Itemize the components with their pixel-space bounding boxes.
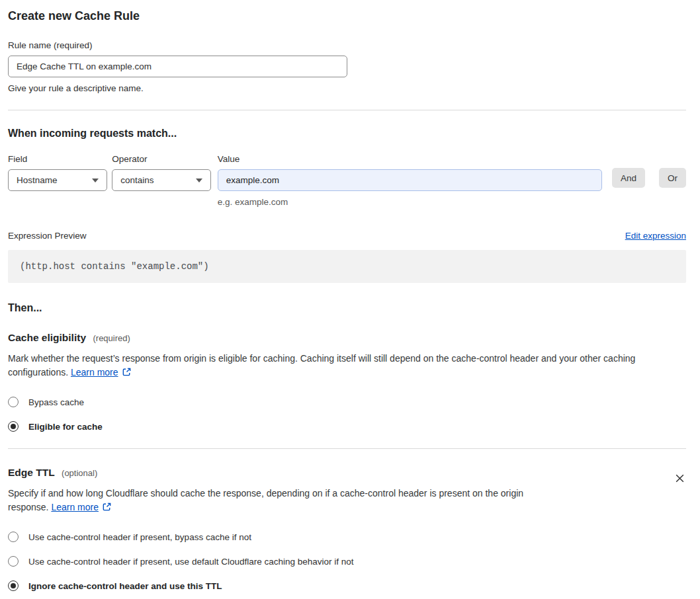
or-button[interactable]: Or — [659, 168, 686, 188]
chevron-down-icon — [196, 179, 202, 182]
radio-ignore-cache-control-use-ttl[interactable]: Ignore cache-control header and use this… — [8, 580, 686, 591]
expression-preview-code: (http.host contains "example.com") — [8, 250, 686, 283]
value-input[interactable] — [218, 169, 602, 191]
radio-label: Eligible for cache — [28, 422, 103, 432]
field-select-value: Hostname — [17, 175, 58, 185]
learn-more-link[interactable]: Learn more — [51, 502, 99, 512]
cache-eligibility-radio-group: Bypass cache Eligible for cache — [8, 397, 686, 432]
edit-expression-link[interactable]: Edit expression — [625, 231, 686, 241]
edge-ttl-section: Edge TTL (optional) Specify if and how l… — [8, 467, 686, 599]
radio-icon — [8, 556, 19, 567]
external-link-icon[interactable] — [102, 502, 112, 516]
radio-label: Bypass cache — [28, 397, 84, 407]
cache-eligibility-required-badge: (required) — [93, 333, 130, 343]
match-section-heading: When incoming requests match... — [8, 128, 686, 140]
divider — [8, 448, 686, 449]
value-help: e.g. example.com — [218, 197, 602, 207]
rule-name-section: Rule name (required) Give your rule a de… — [8, 40, 686, 93]
radio-icon — [8, 532, 19, 542]
edge-ttl-optional-badge: (optional) — [62, 468, 97, 478]
match-expression-row: Field Hostname Operator contains Value e… — [8, 154, 686, 207]
rule-name-input[interactable] — [8, 56, 347, 77]
cache-eligibility-section: Cache eligibility (required) Mark whethe… — [8, 332, 686, 432]
radio-eligible-for-cache[interactable]: Eligible for cache — [8, 421, 686, 432]
radio-label: Use cache-control header if present, byp… — [28, 532, 251, 542]
radio-label: Use cache-control header if present, use… — [28, 557, 354, 567]
operator-label: Operator — [112, 154, 210, 164]
radio-icon — [8, 580, 19, 591]
field-label: Field — [8, 154, 107, 164]
cache-eligibility-description: Mark whether the request’s response from… — [8, 352, 686, 381]
cache-eligibility-heading: Cache eligibility — [8, 332, 86, 343]
close-icon[interactable] — [673, 473, 686, 486]
edge-ttl-radio-group: Use cache-control header if present, byp… — [8, 532, 686, 591]
chevron-down-icon — [92, 179, 99, 182]
radio-use-cache-control-default[interactable]: Use cache-control header if present, use… — [8, 556, 686, 567]
expression-preview-label: Expression Preview — [8, 231, 87, 241]
radio-icon — [8, 397, 19, 407]
radio-bypass-cache[interactable]: Bypass cache — [8, 397, 686, 407]
rule-name-help: Give your rule a descriptive name. — [8, 83, 686, 93]
radio-icon — [8, 421, 19, 432]
then-heading: Then... — [8, 302, 686, 314]
operator-select[interactable]: contains — [112, 169, 210, 191]
external-link-icon[interactable] — [122, 367, 132, 381]
expression-preview-header: Expression Preview Edit expression — [8, 231, 686, 241]
value-label: Value — [218, 154, 602, 164]
operator-select-value: contains — [120, 175, 153, 185]
radio-use-cache-control-bypass[interactable]: Use cache-control header if present, byp… — [8, 532, 686, 542]
learn-more-link[interactable]: Learn more — [71, 367, 118, 378]
radio-label: Ignore cache-control header and use this… — [28, 581, 222, 591]
edge-ttl-heading: Edge TTL — [8, 467, 55, 478]
rule-name-label: Rule name (required) — [8, 40, 686, 50]
field-select[interactable]: Hostname — [8, 169, 107, 191]
edge-ttl-description: Specify if and how long Cloudflare shoul… — [8, 487, 560, 516]
page-title: Create new Cache Rule — [8, 9, 686, 23]
divider — [8, 110, 686, 110]
create-cache-rule-page: Create new Cache Rule Rule name (require… — [0, 0, 700, 599]
and-button[interactable]: And — [612, 168, 645, 188]
